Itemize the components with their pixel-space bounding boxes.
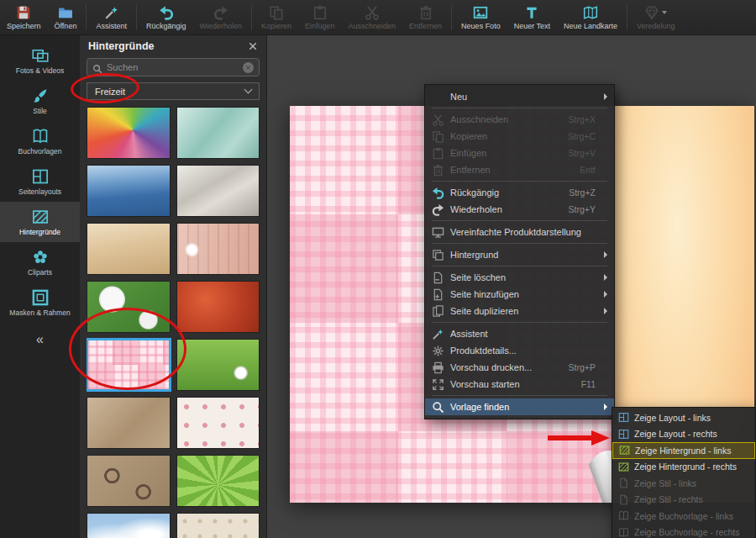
menu-item-wiederholen[interactable]: Wiederholen Strg+Y [425, 201, 614, 218]
thumbnail-beach-sand[interactable] [87, 223, 171, 275]
new-map-icon [583, 5, 598, 20]
menu-item-vereinfachte-produktdarstellung[interactable]: Vereinfachte Produktdarstellung [425, 224, 614, 240]
open-folder-icon [58, 5, 73, 20]
sidebar-collapse-button[interactable]: « [0, 330, 80, 350]
submenu-item-zeige-hintergrund-rechts[interactable]: Zeige Hintergrund - rechts [612, 459, 755, 476]
panel-close-icon[interactable] [248, 41, 258, 51]
sidebar-item-buchvorlagen[interactable]: Buchvorlagen [0, 121, 80, 161]
thumbnail-green-rays[interactable] [176, 455, 260, 507]
search-clear-icon[interactable] [243, 62, 254, 73]
page-add-icon [432, 288, 444, 301]
paste-icon [312, 5, 328, 20]
thumbnail-soccer-balls[interactable] [87, 281, 171, 333]
menu-item-seite-hinzufuegen[interactable]: Seite hinzufügen [425, 286, 614, 303]
submenu-arrow-icon [604, 308, 607, 314]
sidebar-item-masken-rahmen[interactable]: Masken & Rahmen [0, 282, 80, 323]
menu-item-produktdetails[interactable]: Produktdetails... [425, 342, 614, 359]
sidebar-item-fotos-videos[interactable]: Fotos & Videos [0, 40, 80, 81]
toolbar-separator [451, 4, 452, 30]
toolbar-separator [86, 4, 87, 30]
submenu-arrow-icon [604, 251, 607, 258]
thumbnail-horseshoes[interactable] [87, 455, 171, 507]
undo-button[interactable]: Rückgängig [139, 0, 193, 34]
new-text-button[interactable]: Neuer Text [507, 0, 557, 34]
undo-icon [159, 5, 174, 20]
new-map-button[interactable]: Neue Landkarte [557, 0, 624, 34]
menu-item-seite-duplizieren[interactable]: Seite duplizieren [425, 303, 614, 319]
thumbnail-vintage-paper[interactable] [87, 397, 171, 449]
sidebar-item-stile[interactable]: Stile [0, 81, 80, 121]
thumbnail-wood-with-flower[interactable] [176, 223, 260, 275]
thumbnail-rose-pattern[interactable] [176, 397, 260, 449]
submenu-item-zeige-buchvorlage-rechts: Zeige Buchvorlage - rechts [612, 525, 755, 538]
menu-separator [432, 220, 607, 221]
assistant-button[interactable]: Assistent [89, 0, 134, 34]
submenu-item-zeige-hintergrund-links[interactable]: Zeige Hintergrund - links [612, 442, 755, 459]
finishing-button: Veredelung [630, 0, 682, 34]
backgrounds-panel: Hintergründe Freizeit [80, 35, 267, 538]
search-input[interactable] [107, 62, 239, 72]
save-icon [16, 5, 31, 20]
thumbnail-sand-dunes[interactable] [176, 165, 260, 217]
background-page-icon [619, 445, 630, 456]
context-menu: Neu Ausschneiden Strg+X Kopieren Strg+C … [424, 84, 615, 419]
thumbnail-color-rays[interactable] [87, 107, 171, 159]
sidebar-item-hintergruende[interactable]: Hintergründe [0, 202, 80, 242]
sidebar-label: Seitenlayouts [18, 187, 61, 196]
new-photo-button[interactable]: Neues Foto [454, 0, 507, 34]
assistant-wand-icon [104, 5, 119, 20]
menu-item-kopieren: Kopieren Strg+C [425, 128, 614, 145]
menu-item-rueckgaengig[interactable]: Rückgängig Strg+Z [425, 184, 614, 201]
styles-brush-icon [32, 87, 49, 104]
submenu-item-zeige-layout-rechts[interactable]: Zeige Layout - rechts [612, 426, 755, 443]
layout-page-icon [618, 412, 629, 423]
copy-label: Kopieren [261, 22, 291, 30]
menu-item-hintergrund[interactable]: Hintergrund [425, 246, 614, 263]
assistant-label: Assistent [96, 22, 127, 30]
submenu-arrow-icon [604, 93, 607, 100]
submenu-label: Zeige Hintergrund - rechts [634, 462, 737, 472]
new-map-label: Neue Landkarte [564, 22, 617, 30]
submenu-arrow-icon [604, 404, 607, 410]
menu-item-assistent[interactable]: Assistent [425, 325, 614, 342]
open-label: Öffnen [55, 22, 77, 30]
menu-item-vorschau-drucken[interactable]: Vorschau drucken... Strg+P [425, 359, 614, 376]
thumbnail-ocean-water[interactable] [87, 165, 171, 217]
submenu-item-zeige-layout-links[interactable]: Zeige Layout - links [612, 409, 755, 426]
sidebar-label: Buchvorlagen [18, 147, 62, 156]
thumbnail-red-grunge[interactable] [176, 281, 260, 333]
cut-button: Ausschneiden [342, 0, 403, 34]
redo-icon [213, 5, 228, 20]
panel-title: Hintergründe [88, 40, 154, 52]
open-button[interactable]: Öffnen [48, 0, 84, 34]
submenu-arrow-icon [604, 291, 607, 298]
copy-icon [432, 130, 444, 143]
submenu-item-zeige-stil-rechts: Zeige Stil - rechts [612, 492, 755, 509]
category-dropdown[interactable]: Freizeit [87, 82, 260, 100]
search-icon [92, 62, 102, 72]
sidebar-item-cliparts[interactable]: Cliparts [0, 242, 80, 282]
thumbnail-grass-golf-ball[interactable] [176, 339, 260, 391]
thumbnail-beige-pattern[interactable] [176, 513, 260, 538]
thumbnail-sky-clouds[interactable] [87, 513, 171, 538]
menu-separator [432, 322, 607, 323]
redo-icon [432, 203, 444, 216]
thumbnail-teal-painting[interactable] [176, 107, 260, 159]
sidebar-item-seitenlayouts[interactable]: Seitenlayouts [0, 161, 80, 202]
sidebar-label: Hintergründe [19, 228, 60, 236]
new-photo-label: Neues Foto [461, 22, 501, 30]
save-button[interactable]: Speichern [0, 0, 48, 34]
undo-label: Rückgängig [146, 22, 186, 30]
category-selected-value: Freizeit [95, 87, 125, 97]
menu-item-vorschau-starten[interactable]: Vorschau starten F11 [425, 376, 614, 393]
menu-separator [432, 266, 607, 266]
menu-item-vorlage-finden[interactable]: Vorlage finden [425, 398, 614, 415]
menu-item-neu[interactable]: Neu [425, 88, 614, 105]
left-sidebar: Fotos & Videos Stile Buchvorlagen Seiten… [0, 35, 80, 538]
menu-item-seite-loeschen[interactable]: Seite löschen [425, 269, 614, 286]
layout-page-icon [618, 429, 629, 440]
paste-label: Einfügen [305, 22, 335, 30]
book-template-icon [32, 128, 49, 145]
toolbar-separator [627, 4, 627, 30]
thumbnail-pink-patchwork-selected[interactable] [87, 339, 171, 391]
